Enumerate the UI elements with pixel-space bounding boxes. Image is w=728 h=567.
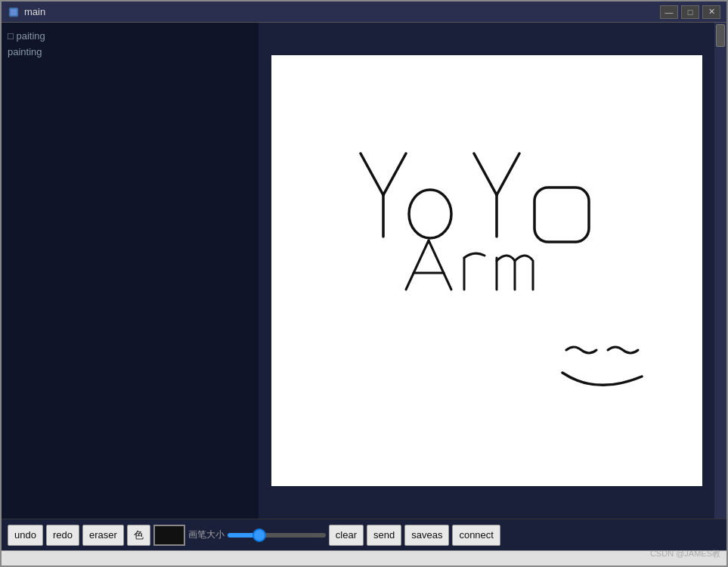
canvas-area[interactable]	[259, 23, 714, 519]
slider-container	[228, 533, 326, 538]
svg-line-3	[383, 153, 406, 195]
main-content: □ paiting painting	[2, 23, 726, 519]
panel-line1: □ paiting	[8, 29, 252, 45]
panel-line2: painting	[8, 45, 252, 60]
svg-point-5	[409, 190, 451, 238]
color-button[interactable]: 色	[127, 525, 150, 546]
svg-line-6	[474, 153, 497, 195]
send-button[interactable]: send	[367, 525, 401, 546]
close-button[interactable]: ✕	[702, 5, 720, 19]
window-controls: — □ ✕	[660, 5, 720, 19]
window-icon	[8, 6, 20, 18]
brush-size-slider[interactable]	[228, 533, 326, 538]
svg-line-2	[361, 153, 383, 195]
watermark: CSDN @JAMES教	[650, 548, 720, 559]
left-panel: □ paiting painting	[2, 23, 259, 519]
minimize-button[interactable]: —	[660, 5, 678, 19]
panel-text: □ paiting painting	[8, 29, 252, 60]
svg-line-11	[429, 240, 451, 290]
connect-button[interactable]: connect	[452, 525, 500, 546]
svg-rect-1	[11, 8, 17, 15]
redo-button[interactable]: redo	[46, 525, 79, 546]
svg-rect-9	[534, 187, 589, 242]
scrollbar-thumb[interactable]	[716, 24, 725, 47]
saveas-button[interactable]: saveas	[404, 525, 449, 546]
eraser-button[interactable]: eraser	[82, 525, 124, 546]
clear-button[interactable]: clear	[329, 525, 364, 546]
main-window: main — □ ✕ □ paiting painting	[0, 0, 728, 567]
drawing-canvas[interactable]	[271, 55, 702, 486]
title-bar: main — □ ✕	[2, 2, 726, 23]
color-swatch[interactable]	[153, 525, 185, 546]
maximize-button[interactable]: □	[681, 5, 699, 19]
color-label: 色	[134, 528, 144, 542]
svg-line-7	[497, 153, 519, 195]
undo-button[interactable]: undo	[8, 525, 43, 546]
svg-line-10	[406, 240, 429, 290]
window-title: main	[24, 6, 660, 17]
bottom-toolbar: undo redo eraser 色 画笔大小 clear send savea…	[2, 519, 726, 550]
status-bar	[2, 550, 726, 565]
right-scrollbar[interactable]	[714, 23, 726, 519]
size-label: 画笔大小	[188, 528, 225, 541]
